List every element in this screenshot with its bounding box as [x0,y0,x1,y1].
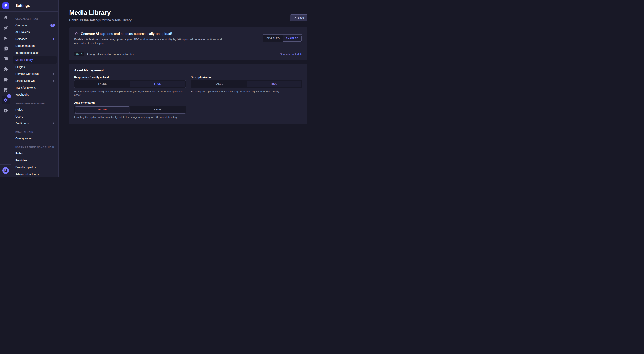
toggle-option-disabled[interactable]: DISABLED [264,35,282,42]
item-label: Roles [16,152,55,155]
sidebar-item-review-workflows[interactable]: Review Workflows [12,70,58,77]
media-library-icon[interactable] [3,46,8,51]
sidebar-item-admin-roles[interactable]: Roles [12,106,58,113]
sidebar-item-releases[interactable]: Releases [12,35,58,42]
banner-title: Generate AI captions and alt texts autom… [81,32,172,36]
field-label: Auto orientation [74,101,186,104]
banner-divider [74,48,302,49]
quill-icon[interactable] [3,25,8,30]
content-manager-icon[interactable] [3,56,8,61]
item-label: Email templates [16,166,55,169]
page-subtitle: Configure the settings for the Media Lib… [69,18,307,22]
user-avatar[interactable]: M [2,167,9,174]
sidebar-item-up-roles[interactable]: Roles [12,150,58,157]
sidebar-item-email-configuration[interactable]: Configuration [12,135,58,142]
sidebar-item-advanced-settings[interactable]: Advanced settings [12,171,58,177]
item-label: Configuration [16,137,55,140]
field-hint: Enabling this option will reduce the ima… [191,90,302,93]
sparkle-icon [74,32,78,36]
field-auto-orientation: Auto orientation FALSE TRUE Enabling thi… [74,101,186,119]
sidebar-title: Settings [16,4,30,8]
field-size-optimization: Size optimization FALSE TRUE Enabling th… [191,75,302,97]
item-label: Media Library [16,58,55,61]
sidebar-item-transfer-tokens[interactable]: Transfer Tokens [12,84,58,91]
beta-badge: BETA [74,52,84,56]
section-label-global-settings: GLOBAL SETTINGS [12,16,58,22]
size-optimization-toggle: FALSE TRUE [191,80,302,88]
section-label-email-plugin: EMAIL PLUGIN [12,129,58,135]
banner-description: Enable this feature to save time, optimi… [74,37,226,45]
sidebar-item-api-tokens[interactable]: API Tokens [12,29,58,35]
item-label: Transfer Tokens [16,86,55,89]
item-label: Users [16,115,55,118]
item-label: Providers [16,159,55,162]
paper-plane-icon[interactable] [3,36,8,41]
sidebar-item-documentation[interactable]: Documentation [12,42,58,49]
sidebar-item-email-templates[interactable]: Email templates [12,164,58,171]
item-label: Internationalization [16,51,55,54]
toggle-option-false[interactable]: FALSE [192,81,246,87]
sidebar-header: Settings [12,0,58,11]
item-label: Documentation [16,44,55,47]
strapi-logo[interactable] [2,2,9,9]
sidebar-item-audit-logs[interactable]: Audit Logs [12,120,58,127]
overview-badge: 1 [50,23,55,27]
page-title: Media Library [69,9,307,16]
sidebar-item-admin-users[interactable]: Users [12,113,58,120]
toggle-option-true[interactable]: TRUE [246,81,302,87]
field-hint: Enabling this option will generate multi… [74,90,186,97]
page-header: Media Library Configure the settings for… [58,0,322,22]
item-label: Single Sign-On [16,79,52,82]
item-label: Advanced settings [16,173,55,176]
check-icon [294,17,296,19]
settings-sidebar: Settings GLOBAL SETTINGS Overview 1 API … [12,0,58,177]
settings-notification-badge: 1 [7,94,12,98]
asset-management-panel: Asset Management Responsive friendly upl… [69,64,307,124]
toggle-option-false[interactable]: FALSE [75,106,130,113]
sidebar-item-internationalization[interactable]: Internationalization [12,49,58,56]
section-label-users-permissions-plugin: USERS & PERMISSIONS PLUGIN [12,144,58,150]
field-label: Size optimization [191,75,302,79]
lightning-icon [52,72,55,75]
sidebar-item-webhooks[interactable]: Webhooks [12,91,58,98]
lightning-icon [52,79,55,82]
field-responsive-friendly-upload: Responsive friendly upload FALSE TRUE En… [74,75,186,97]
section-label-administration-panel: ADMINISTRATION PANEL [12,100,58,106]
rail-logo-area [0,0,11,11]
main-content: Media Library Configure the settings for… [58,0,322,177]
sidebar-item-providers[interactable]: Providers [12,157,58,164]
toggle-option-true[interactable]: TRUE [130,81,185,87]
rail-footer: M [0,165,11,177]
item-label: Overview [16,23,50,27]
lightning-icon [52,37,55,40]
sidebar-item-single-sign-on[interactable]: Single Sign-On [12,77,58,84]
main-nav-rail: 1 M [0,0,12,177]
toggle-option-enabled[interactable]: ENABLED [282,35,302,42]
info-icon[interactable] [3,108,8,113]
auto-orientation-toggle: FALSE TRUE [74,106,186,114]
item-label: Plugins [16,65,55,69]
item-label: Webhooks [16,93,55,96]
sidebar-item-plugins[interactable]: Plugins [12,63,58,70]
item-label: API Tokens [16,30,55,34]
toggle-option-false[interactable]: FALSE [75,81,130,87]
save-button-label: Save [298,16,304,19]
sidebar-item-media-library[interactable]: Media Library [13,56,56,63]
item-label: Releases [16,37,52,41]
toggle-option-true[interactable]: TRUE [130,106,185,113]
settings-gear-icon[interactable]: 1 [2,96,10,104]
marketplace-puzzle-icon[interactable] [3,77,8,82]
plugins-puzzle-icon[interactable] [3,67,8,72]
banner-status-text: 4 images lack captions or alternative te… [87,53,134,56]
asset-management-title: Asset Management [74,69,302,72]
generate-metadata-link[interactable]: Generate metadata [280,53,302,56]
item-label: Review Workflows [16,72,52,75]
logo-triangle-2 [5,6,6,7]
home-icon[interactable] [3,15,8,20]
cart-icon[interactable] [3,87,8,92]
item-label: Audit Logs [16,122,52,125]
field-hint: Enabling this option will automatically … [74,115,186,119]
ai-caption-toggle: DISABLED ENABLED [263,34,302,42]
sidebar-item-overview[interactable]: Overview 1 [12,22,58,29]
save-button[interactable]: Save [290,14,307,21]
